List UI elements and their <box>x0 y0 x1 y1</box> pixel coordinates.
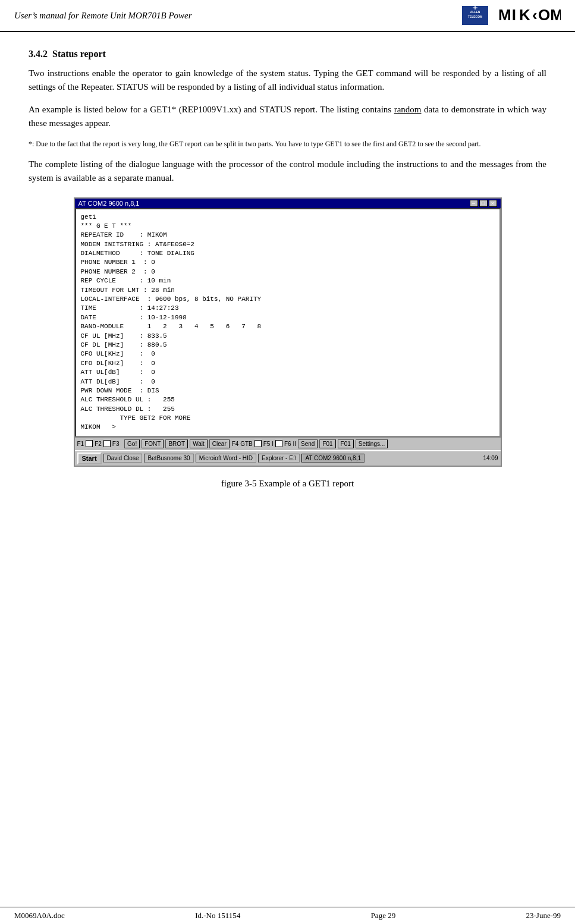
footer-page: Page 29 <box>371 911 396 920</box>
terminal-titlebar: AT COM2 9600 n,8,1 – □ × <box>75 199 501 208</box>
tb-check-2[interactable] <box>103 440 111 447</box>
font-button[interactable]: FONT <box>142 439 164 448</box>
terminal-line: CFO UL[KHz] : 0 <box>81 350 495 359</box>
underline-random: random <box>394 105 422 114</box>
terminal-line: ALC THRESHOLD DL : 255 <box>81 405 495 414</box>
taskbar-item-4[interactable]: AT COM2 9600 n,8,1 <box>301 454 365 463</box>
taskbar: Start David Close BetBusnome 30 Microiof… <box>75 450 501 466</box>
paragraph-note: *: Due to the fact that the report is ve… <box>29 139 546 149</box>
tb-label-f2: F2 <box>95 441 102 447</box>
terminal-line: TIME : 14:27:23 <box>81 304 495 313</box>
minimize-button[interactable]: – <box>470 200 478 207</box>
terminal-line: REP CYCLE : 10 min <box>81 276 495 285</box>
start-button[interactable]: Start <box>77 452 102 464</box>
toolbar-row-1: F1 F2 F3 Go! FONT BROT Wait Clear <box>77 439 230 448</box>
terminal-line: ALC THRESHOLD UL : 255 <box>81 395 495 404</box>
svg-text:TELECOM: TELECOM <box>468 15 482 18</box>
paragraph-2: An example is listed below for a GET1* (… <box>29 103 546 131</box>
terminal-titlebar-buttons[interactable]: – □ × <box>470 200 497 207</box>
svg-text:‹: ‹ <box>532 6 538 24</box>
clear-button[interactable]: Clear <box>209 439 230 448</box>
terminal-line: LOCAL-INTERFACE : 9600 bps, 8 bits, NO P… <box>81 295 495 304</box>
taskbar-item-1[interactable]: BetBusnome 30 <box>144 454 193 463</box>
taskbar-item-2[interactable]: Microioft Word - HID <box>196 454 256 463</box>
section-number: 3.4.2 <box>29 49 48 59</box>
terminal-line: TYPE GET2 FOR MORE <box>81 414 495 423</box>
header-title: User’s manual for Remote Unit MOR701B Po… <box>14 11 192 21</box>
clock: 14:09 <box>483 455 498 461</box>
wait-button[interactable]: Wait <box>190 439 208 448</box>
svg-text:OM: OM <box>538 6 561 24</box>
f01-button-1[interactable]: F01 <box>319 439 335 448</box>
taskbar-item-0[interactable]: David Close <box>103 454 143 463</box>
tb-check-4[interactable] <box>275 440 282 447</box>
tb-label-f5: F5 I <box>263 441 274 447</box>
close-button[interactable]: × <box>489 200 497 207</box>
start-label: Start <box>82 455 97 462</box>
terminal-line: DATE : 10-12-1998 <box>81 313 495 322</box>
terminal-line: *** G E T *** <box>81 222 495 231</box>
terminal-toolbar: F1 F2 F3 Go! FONT BROT Wait Clear F4 GTB… <box>75 437 501 450</box>
terminal-line: CF DL [MHz] : 880.5 <box>81 341 495 350</box>
page-header: User’s manual for Remote Unit MOR701B Po… <box>0 0 575 32</box>
terminal-line: BAND-MODULE 1 2 3 4 5 6 7 8 <box>81 322 495 331</box>
terminal-title: AT COM2 9600 n,8,1 <box>78 200 140 207</box>
tb-label-f4: F4 GTB <box>232 441 253 447</box>
terminal-line: MIKOM > <box>81 423 495 432</box>
allen-telecom-logo: ALLEN TELECOM <box>461 5 489 26</box>
terminal-line: ATT DL[dB] : 0 <box>81 378 495 386</box>
terminal-line: TIMEOUT FOR LMT : 28 min <box>81 286 495 295</box>
terminal-line: PWR DOWN MODE : DIS <box>81 386 495 395</box>
footer-date: 23-June-99 <box>526 911 561 920</box>
header-logos: ALLEN TELECOM MI K ‹ OM <box>461 5 561 26</box>
terminal-line: CFO DL[KHz] : 0 <box>81 359 495 368</box>
maximize-button[interactable]: □ <box>479 200 488 207</box>
terminal-line: MODEM INITSTRING : AT&FE0S0=2 <box>81 240 495 249</box>
brot-button[interactable]: BROT <box>165 439 188 448</box>
mikom-logo: MI K ‹ OM <box>495 5 561 26</box>
svg-text:K: K <box>519 6 530 24</box>
tb-label-f6: F6 II <box>284 441 296 447</box>
terminal-line: REPEATER ID : MIKOM <box>81 231 495 240</box>
tb-check-1[interactable] <box>86 440 93 447</box>
send-button[interactable]: Send <box>298 439 318 448</box>
paragraph-4: The complete listing of the dialogue lan… <box>29 158 546 186</box>
tb-label-f3: F3 <box>112 441 122 447</box>
terminal-line: PHONE NUMBER 1 : 0 <box>81 258 495 267</box>
go-button[interactable]: Go! <box>124 439 140 448</box>
taskbar-right: 14:09 <box>483 455 498 461</box>
toolbar-row-2: F4 GTB F5 I F6 II Send F01 F01 Settings.… <box>232 439 388 448</box>
footer-id-no: Id.-No 151154 <box>195 911 240 920</box>
paragraph-1: Two instructions enable the operator to … <box>29 67 546 95</box>
svg-text:MI: MI <box>498 6 517 24</box>
terminal-line: ATT UL[dB] : 0 <box>81 368 495 377</box>
terminal-body: get1*** G E T ***REPEATER ID : MIKOMMODE… <box>75 208 501 437</box>
section-heading: 3.4.2 Status report <box>29 49 546 59</box>
section-title: Status report <box>52 49 106 59</box>
terminal-line: PHONE NUMBER 2 : 0 <box>81 268 495 276</box>
footer-doc-id: M0069A0A.doc <box>14 911 65 920</box>
f01-button-2[interactable]: F01 <box>338 439 354 448</box>
figure-caption: figure 3-5 Example of a GET1 report <box>29 479 546 489</box>
svg-text:ALLEN: ALLEN <box>470 10 480 14</box>
settings-button[interactable]: Settings... <box>356 439 388 448</box>
page-content: 3.4.2 Status report Two instructions ena… <box>0 32 575 583</box>
terminal-window: AT COM2 9600 n,8,1 – □ × get1*** G E T *… <box>74 197 502 467</box>
taskbar-item-3[interactable]: Explorer - E:\ <box>258 454 300 463</box>
terminal-line: CF UL [MHz] : 833.5 <box>81 332 495 341</box>
tb-label-f1: F1 <box>77 441 84 447</box>
terminal-line: get1 <box>81 213 495 222</box>
terminal-line: DIALMETHOD : TONE DIALING <box>81 249 495 258</box>
tb-check-3[interactable] <box>254 440 262 447</box>
page-footer: M0069A0A.doc Id.-No 151154 Page 29 23-Ju… <box>0 907 575 924</box>
